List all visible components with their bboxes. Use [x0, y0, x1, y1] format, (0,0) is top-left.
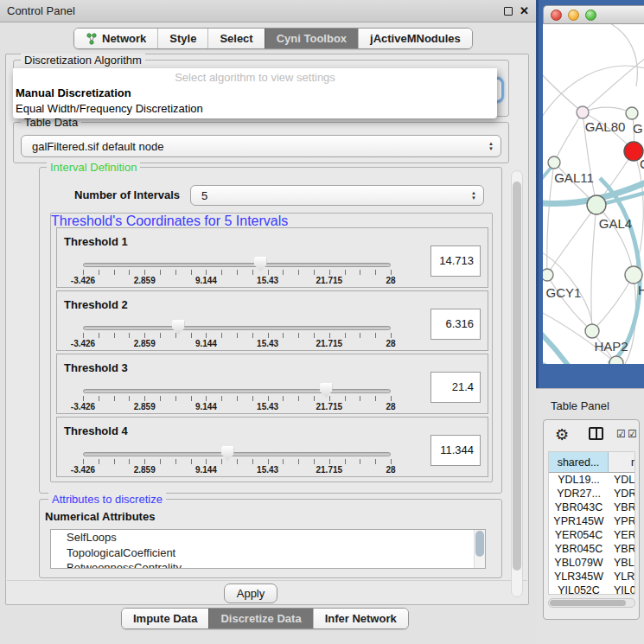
attribute-list-item[interactable]: TopologicalCoefficient: [51, 545, 485, 561]
network-node[interactable]: [585, 324, 599, 338]
scrollbar-thumb[interactable]: [475, 531, 484, 557]
node-attribute-table[interactable]: shared... n YDL19... YDL1 YDR27... YDR2: [548, 451, 635, 595]
column-header-name[interactable]: n: [609, 452, 634, 472]
float-window-icon[interactable]: [504, 7, 513, 16]
table-row[interactable]: YDL19... YDL1: [549, 473, 634, 487]
table-row[interactable]: YBR045C YBR0: [549, 542, 634, 556]
table-cell-name[interactable]: YER0: [609, 528, 634, 542]
dropdown-option-equal-width[interactable]: Equal Width/Frequency Discretization: [16, 102, 203, 115]
table-cell-shared-name[interactable]: YDR27...: [549, 487, 609, 501]
apply-button[interactable]: Apply: [224, 583, 277, 603]
network-node[interactable]: [609, 356, 623, 364]
table-data-combobox[interactable]: galFiltered.sif default node ▲▼: [21, 135, 501, 157]
table-cell-name[interactable]: YDR2: [609, 487, 634, 501]
panel-vertical-scrollbar[interactable]: [511, 170, 523, 597]
network-node[interactable]: [543, 269, 553, 281]
tab-impute-data[interactable]: Impute Data: [122, 609, 208, 628]
close-icon[interactable]: ✕: [520, 0, 529, 22]
number-of-intervals-label: Number of Intervals: [74, 188, 180, 201]
numerical-attributes-list[interactable]: SelfLoops TopologicalCoefficient Between…: [50, 529, 486, 569]
tab-jactivemnodules[interactable]: jActiveMNodules: [358, 29, 472, 48]
table-cell-shared-name[interactable]: YBR043C: [549, 501, 609, 514]
scale-label: 28: [386, 402, 395, 411]
threshold-slider[interactable]: -3.426 2.859 9.144 15.43 21.715 28: [83, 354, 391, 415]
table-cell-shared-name[interactable]: YER054C: [549, 528, 609, 542]
network-node[interactable]: [625, 266, 642, 284]
minimize-window-icon[interactable]: [568, 10, 579, 21]
checkbox-checked-icon[interactable]: ☑: [616, 428, 626, 440]
tab-style[interactable]: Style: [157, 29, 207, 48]
network-canvas[interactable]: GAL80GCGAL11GAL4GCY1HHAP2: [543, 24, 644, 364]
table-horizontal-scrollbar[interactable]: [548, 598, 635, 608]
table-cell-name[interactable]: YBR0: [609, 542, 634, 556]
split-columns-icon[interactable]: [589, 427, 603, 440]
table-panel: ⚙ ☑ ☑ shared... n YDL19... YDL1: [543, 419, 640, 620]
table-cell-shared-name[interactable]: YIL052C: [549, 583, 609, 595]
table-row[interactable]: YER054C YER0: [549, 528, 634, 542]
table-row[interactable]: YDR27... YDR2: [549, 487, 634, 501]
network-node[interactable]: [626, 107, 638, 119]
threshold-item: Threshold 2 -3.426 2.859 9.144 15.43: [56, 290, 488, 351]
threshold-slider[interactable]: -3.426 2.859 9.144 15.43 21.715 28: [83, 418, 391, 478]
network-node-label: H: [638, 283, 644, 297]
network-node[interactable]: [587, 195, 606, 214]
network-node[interactable]: [548, 156, 560, 169]
column-header-shared-name[interactable]: shared...: [549, 452, 609, 472]
close-window-icon[interactable]: [551, 10, 562, 21]
panel-title: Control Panel: [7, 0, 75, 22]
threshold-value-input[interactable]: 6.316: [430, 309, 481, 340]
table-cell-name[interactable]: YBR0: [609, 501, 634, 514]
button-row-divider: [7, 580, 527, 581]
threshold-slider[interactable]: -3.426 2.859 9.144 15.43 21.715 28: [83, 228, 391, 289]
table-cell-name[interactable]: YIL0: [609, 583, 634, 595]
slider-track[interactable]: [83, 389, 391, 393]
slider-track[interactable]: [83, 326, 391, 330]
slider-track[interactable]: [83, 263, 391, 267]
tab-cyni-toolbox[interactable]: Cyni Toolbox: [265, 29, 358, 48]
scale-label: 15.43: [257, 402, 278, 411]
settings-gear-icon[interactable]: ⚙: [555, 424, 569, 445]
slider-tick-marks: [83, 459, 392, 464]
table-cell-shared-name[interactable]: YBL079W: [549, 556, 609, 570]
table-row[interactable]: YPR145W YPR1: [549, 514, 634, 528]
table-cell-shared-name[interactable]: YPR145W: [549, 514, 609, 528]
threshold-value-input[interactable]: 11.344: [430, 435, 481, 466]
group-label: Threshold's Coordinates for 5 Intervals: [51, 214, 288, 228]
network-node-label: C: [640, 156, 644, 171]
table-row[interactable]: YIL052C YIL0: [549, 583, 634, 595]
table-cell-name[interactable]: YLR3: [609, 570, 634, 583]
tab-discretize-data[interactable]: Discretize Data: [208, 609, 312, 628]
threshold-slider[interactable]: -3.426 2.859 9.144 15.43 21.715 28: [83, 291, 391, 352]
table-cell-name[interactable]: YBL0: [609, 556, 634, 570]
interval-definition-group: Interval Definition Number of Intervals …: [39, 167, 502, 494]
checkbox-checked-icon[interactable]: ☑: [628, 428, 637, 440]
table-data-group: Table Data galFiltered.sif default node …: [13, 122, 509, 163]
table-cell-name[interactable]: YDL1: [609, 473, 634, 487]
scale-label: 28: [386, 339, 395, 348]
table-cell-name[interactable]: YPR1: [609, 514, 634, 528]
dropdown-option-manual[interactable]: Manual Discretization: [16, 86, 131, 99]
scrollbar-thumb[interactable]: [513, 182, 521, 571]
number-of-intervals-combobox[interactable]: 5 ▲▼: [190, 185, 484, 206]
scrollbar-thumb[interactable]: [550, 600, 626, 606]
tab-infer-network[interactable]: Infer Network: [313, 609, 408, 628]
tab-network[interactable]: Network: [74, 29, 157, 48]
table-row[interactable]: YLR345W YLR3: [549, 570, 634, 583]
attributes-list-scrollbar[interactable]: [474, 530, 485, 568]
threshold-value-input[interactable]: 14.713: [430, 245, 481, 277]
table-cell-shared-name[interactable]: YLR345W: [549, 570, 609, 583]
tab-select[interactable]: Select: [207, 29, 264, 48]
table-row[interactable]: YBL079W YBL0: [549, 556, 634, 570]
network-node-label: G: [633, 121, 643, 136]
network-node[interactable]: [577, 106, 589, 118]
threshold-value-input[interactable]: 21.4: [430, 372, 481, 403]
algorithm-dropdown-popup: Select algorithm to view settings Manual…: [13, 68, 497, 118]
attribute-list-item[interactable]: BetweennessCentrality: [51, 560, 485, 569]
table-header-row: shared... n: [549, 452, 634, 473]
table-row[interactable]: YBR043C YBR0: [549, 501, 634, 514]
table-cell-shared-name[interactable]: YBR045C: [549, 542, 609, 556]
table-cell-shared-name[interactable]: YDL19...: [549, 473, 609, 487]
zoom-window-icon[interactable]: [585, 10, 596, 21]
attribute-list-item[interactable]: SelfLoops: [51, 530, 485, 545]
slider-track[interactable]: [83, 452, 391, 456]
